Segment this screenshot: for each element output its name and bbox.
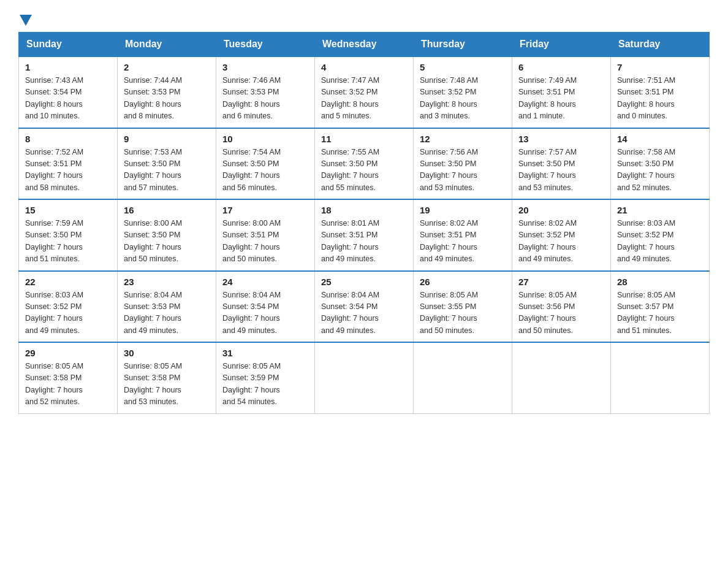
day-info: Sunrise: 8:00 AMSunset: 3:50 PMDaylight:… (124, 218, 210, 266)
day-number: 14 (617, 134, 703, 144)
day-info: Sunrise: 8:05 AMSunset: 3:58 PMDaylight:… (25, 361, 111, 408)
calendar-cell: 29Sunrise: 8:05 AMSunset: 3:58 PMDayligh… (19, 342, 118, 413)
weekday-header-thursday: Thursday (414, 33, 512, 57)
calendar-cell: 11Sunrise: 7:55 AMSunset: 3:50 PMDayligh… (315, 128, 414, 200)
calendar-cell: 20Sunrise: 8:02 AMSunset: 3:52 PMDayligh… (512, 199, 611, 271)
day-number: 1 (25, 62, 111, 72)
weekday-header-row: SundayMondayTuesdayWednesdayThursdayFrid… (19, 33, 710, 57)
day-info: Sunrise: 8:05 AMSunset: 3:59 PMDaylight:… (222, 361, 308, 408)
calendar-cell: 23Sunrise: 8:04 AMSunset: 3:53 PMDayligh… (118, 271, 216, 343)
calendar-cell: 12Sunrise: 7:56 AMSunset: 3:50 PMDayligh… (414, 128, 512, 200)
calendar-table: SundayMondayTuesdayWednesdayThursdayFrid… (18, 32, 710, 414)
day-number: 18 (321, 205, 407, 215)
calendar-cell: 8Sunrise: 7:52 AMSunset: 3:51 PMDaylight… (19, 128, 118, 200)
day-number: 21 (617, 205, 703, 215)
calendar-cell (512, 342, 611, 413)
weekday-header-wednesday: Wednesday (315, 33, 414, 57)
day-info: Sunrise: 8:05 AMSunset: 3:56 PMDaylight:… (518, 289, 604, 337)
day-info: Sunrise: 7:47 AMSunset: 3:52 PMDaylight:… (321, 75, 407, 123)
weekday-header-tuesday: Tuesday (216, 33, 315, 57)
day-number: 17 (222, 205, 308, 215)
day-info: Sunrise: 8:05 AMSunset: 3:57 PMDaylight:… (617, 289, 703, 337)
calendar-cell: 14Sunrise: 7:58 AMSunset: 3:50 PMDayligh… (611, 128, 710, 200)
day-number: 6 (518, 62, 604, 72)
day-info: Sunrise: 7:59 AMSunset: 3:50 PMDaylight:… (25, 218, 111, 266)
weekday-header-saturday: Saturday (611, 33, 710, 57)
day-info: Sunrise: 7:53 AMSunset: 3:50 PMDaylight:… (124, 147, 210, 194)
day-info: Sunrise: 7:58 AMSunset: 3:50 PMDaylight:… (617, 147, 703, 194)
day-number: 3 (222, 62, 308, 72)
calendar-cell: 28Sunrise: 8:05 AMSunset: 3:57 PMDayligh… (611, 271, 710, 343)
calendar-cell: 21Sunrise: 8:03 AMSunset: 3:52 PMDayligh… (611, 199, 710, 271)
calendar-cell: 6Sunrise: 7:49 AMSunset: 3:51 PMDaylight… (512, 56, 611, 128)
calendar-cell (414, 342, 512, 413)
calendar-cell: 30Sunrise: 8:05 AMSunset: 3:58 PMDayligh… (118, 342, 216, 413)
calendar-week-row: 15Sunrise: 7:59 AMSunset: 3:50 PMDayligh… (19, 199, 710, 271)
day-number: 13 (518, 134, 604, 144)
day-info: Sunrise: 7:57 AMSunset: 3:50 PMDaylight:… (518, 147, 604, 194)
day-info: Sunrise: 8:03 AMSunset: 3:52 PMDaylight:… (617, 218, 703, 266)
calendar-cell: 1Sunrise: 7:43 AMSunset: 3:54 PMDaylight… (19, 56, 118, 128)
day-number: 15 (25, 205, 111, 215)
day-number: 7 (617, 62, 703, 72)
day-info: Sunrise: 8:04 AMSunset: 3:54 PMDaylight:… (222, 289, 308, 337)
calendar-cell: 26Sunrise: 8:05 AMSunset: 3:55 PMDayligh… (414, 271, 512, 343)
weekday-header-friday: Friday (512, 33, 611, 57)
day-number: 28 (617, 277, 703, 287)
day-number: 30 (124, 348, 210, 358)
calendar-cell: 17Sunrise: 8:00 AMSunset: 3:51 PMDayligh… (216, 199, 315, 271)
calendar-cell: 4Sunrise: 7:47 AMSunset: 3:52 PMDaylight… (315, 56, 414, 128)
day-number: 25 (321, 277, 407, 287)
day-number: 11 (321, 134, 407, 144)
calendar-cell: 7Sunrise: 7:51 AMSunset: 3:51 PMDaylight… (611, 56, 710, 128)
calendar-week-row: 1Sunrise: 7:43 AMSunset: 3:54 PMDaylight… (19, 56, 710, 128)
calendar-cell: 5Sunrise: 7:48 AMSunset: 3:52 PMDaylight… (414, 56, 512, 128)
day-info: Sunrise: 8:00 AMSunset: 3:51 PMDaylight:… (222, 218, 308, 266)
page-header (18, 12, 710, 26)
calendar-cell (611, 342, 710, 413)
day-number: 4 (321, 62, 407, 72)
day-number: 24 (222, 277, 308, 287)
calendar-cell: 18Sunrise: 8:01 AMSunset: 3:51 PMDayligh… (315, 199, 414, 271)
day-info: Sunrise: 8:02 AMSunset: 3:51 PMDaylight:… (420, 218, 506, 266)
day-number: 8 (25, 134, 111, 144)
calendar-cell: 2Sunrise: 7:44 AMSunset: 3:53 PMDaylight… (118, 56, 216, 128)
calendar-week-row: 29Sunrise: 8:05 AMSunset: 3:58 PMDayligh… (19, 342, 710, 413)
calendar-cell: 10Sunrise: 7:54 AMSunset: 3:50 PMDayligh… (216, 128, 315, 200)
day-info: Sunrise: 7:43 AMSunset: 3:54 PMDaylight:… (25, 75, 111, 123)
logo (18, 12, 32, 26)
day-info: Sunrise: 8:04 AMSunset: 3:53 PMDaylight:… (124, 289, 210, 337)
calendar-cell: 24Sunrise: 8:04 AMSunset: 3:54 PMDayligh… (216, 271, 315, 343)
calendar-week-row: 8Sunrise: 7:52 AMSunset: 3:51 PMDaylight… (19, 128, 710, 200)
day-number: 19 (420, 205, 506, 215)
day-info: Sunrise: 7:55 AMSunset: 3:50 PMDaylight:… (321, 147, 407, 194)
calendar-cell: 25Sunrise: 8:04 AMSunset: 3:54 PMDayligh… (315, 271, 414, 343)
day-info: Sunrise: 8:05 AMSunset: 3:55 PMDaylight:… (420, 289, 506, 337)
calendar-cell (315, 342, 414, 413)
logo-text (18, 12, 32, 26)
day-info: Sunrise: 8:05 AMSunset: 3:58 PMDaylight:… (124, 361, 210, 408)
day-info: Sunrise: 7:46 AMSunset: 3:53 PMDaylight:… (222, 75, 308, 123)
day-info: Sunrise: 8:02 AMSunset: 3:52 PMDaylight:… (518, 218, 604, 266)
day-number: 27 (518, 277, 604, 287)
calendar-cell: 16Sunrise: 8:00 AMSunset: 3:50 PMDayligh… (118, 199, 216, 271)
day-info: Sunrise: 8:04 AMSunset: 3:54 PMDaylight:… (321, 289, 407, 337)
day-number: 10 (222, 134, 308, 144)
calendar-cell: 15Sunrise: 7:59 AMSunset: 3:50 PMDayligh… (19, 199, 118, 271)
day-number: 5 (420, 62, 506, 72)
day-info: Sunrise: 7:51 AMSunset: 3:51 PMDaylight:… (617, 75, 703, 123)
weekday-header-monday: Monday (118, 33, 216, 57)
calendar-cell: 27Sunrise: 8:05 AMSunset: 3:56 PMDayligh… (512, 271, 611, 343)
day-info: Sunrise: 8:03 AMSunset: 3:52 PMDaylight:… (25, 289, 111, 337)
calendar-week-row: 22Sunrise: 8:03 AMSunset: 3:52 PMDayligh… (19, 271, 710, 343)
day-info: Sunrise: 8:01 AMSunset: 3:51 PMDaylight:… (321, 218, 407, 266)
day-number: 12 (420, 134, 506, 144)
day-number: 9 (124, 134, 210, 144)
day-number: 23 (124, 277, 210, 287)
weekday-header-sunday: Sunday (19, 33, 118, 57)
calendar-cell: 9Sunrise: 7:53 AMSunset: 3:50 PMDaylight… (118, 128, 216, 200)
day-number: 31 (222, 348, 308, 358)
calendar-cell: 13Sunrise: 7:57 AMSunset: 3:50 PMDayligh… (512, 128, 611, 200)
day-number: 29 (25, 348, 111, 358)
calendar-cell: 31Sunrise: 8:05 AMSunset: 3:59 PMDayligh… (216, 342, 315, 413)
